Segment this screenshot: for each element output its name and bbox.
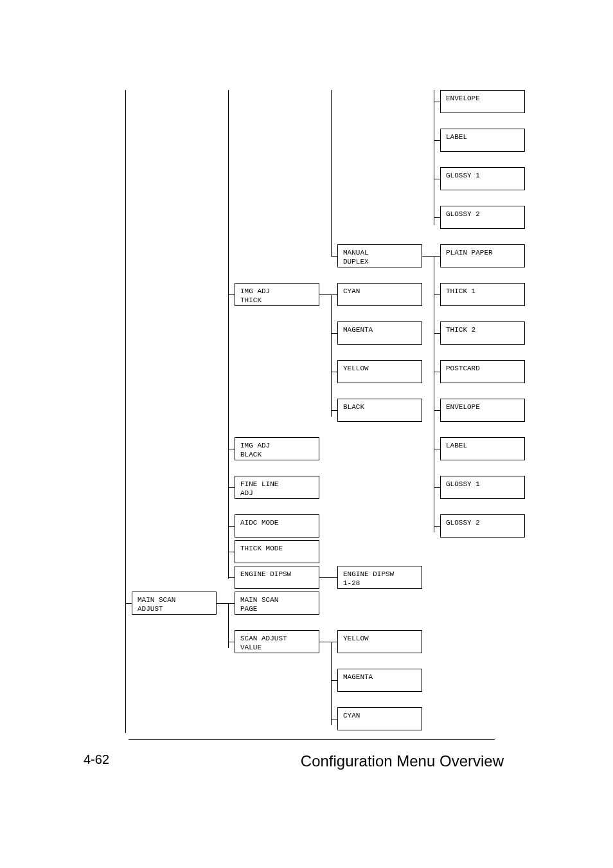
node-thick1: THICK 1	[440, 283, 525, 306]
stub	[228, 526, 235, 527]
node-cyan: CYAN	[337, 283, 422, 306]
node-glossy2b: GLOSSY 2	[440, 514, 525, 538]
node-black: BLACK	[337, 399, 422, 422]
node-aidc-mode: AIDC MODE	[235, 514, 319, 538]
trunk-col4-a	[434, 90, 434, 225]
stub	[228, 603, 235, 604]
stub	[434, 217, 440, 218]
node-scan-adjust-value: SCAN ADJUST VALUE	[235, 630, 319, 653]
trunk-cmyk	[331, 294, 332, 417]
page-number: 4-62	[84, 752, 109, 767]
stub	[434, 256, 440, 257]
node-engine-dipsw-real: ENGINE DIPSW	[235, 566, 319, 589]
node-manual-duplex: MANUAL DUPLEX	[337, 244, 422, 267]
node-glossy1b: GLOSSY 1	[440, 476, 525, 499]
stub	[331, 410, 337, 411]
node-glossy2: GLOSSY 2	[440, 206, 525, 229]
menu-tree-diagram: ENVELOPE LABEL GLOSSY 1 GLOSSY 2 PLAIN P…	[129, 90, 533, 727]
stub	[331, 680, 337, 681]
stub	[331, 372, 337, 372]
node-magenta: MAGENTA	[337, 321, 422, 345]
node-label2: LABEL	[440, 437, 525, 460]
node-postcard: POSTCARD	[440, 360, 525, 383]
stub	[422, 256, 434, 257]
node-fine-line-adj: FINE LINE ADJ	[235, 476, 319, 499]
node-magenta2: MAGENTA	[337, 669, 422, 692]
trunk-col3-top	[331, 90, 332, 256]
stub	[434, 140, 440, 141]
page-title: Configuration Menu Overview	[301, 752, 504, 770]
node-glossy1: GLOSSY 1	[440, 167, 525, 190]
stub	[228, 294, 235, 295]
stub	[434, 410, 440, 411]
stub	[228, 577, 235, 578]
node-img-adj-thick: IMG ADJ THICK	[235, 283, 319, 306]
stub	[319, 642, 331, 642]
node-engine-dipsw-n: ENGINE DIPSW 1-28	[337, 566, 422, 589]
stub	[434, 449, 440, 449]
stub	[434, 487, 440, 488]
stub	[228, 552, 235, 552]
node-yellow: YELLOW	[337, 360, 422, 383]
stub	[331, 719, 337, 719]
stub	[434, 372, 440, 372]
stub	[331, 333, 337, 334]
node-main-scan-page: MAIN SCAN PAGE	[235, 592, 319, 615]
node-thick-mode-real: THICK MODE	[235, 540, 319, 563]
node-cyan2: CYAN	[337, 707, 422, 730]
stub	[228, 449, 235, 449]
stub	[434, 102, 440, 102]
stub	[228, 487, 235, 488]
node-main-scan-adjust: MAIN SCAN ADJUST	[132, 592, 217, 615]
node-envelope2: ENVELOPE	[440, 399, 525, 422]
node-thick2: THICK 2	[440, 321, 525, 345]
node-plain-paper: PLAIN PAPER	[440, 244, 525, 267]
node-label: LABEL	[440, 129, 525, 152]
trunk-col2	[228, 90, 229, 579]
node-img-adj-black: IMG ADJ BLACK	[235, 437, 319, 460]
stub	[331, 642, 337, 642]
node-envelope: ENVELOPE	[440, 90, 525, 113]
trunk-col1	[125, 90, 126, 733]
footer-rule	[129, 739, 495, 740]
stub	[434, 333, 440, 334]
stub	[228, 642, 235, 642]
stub	[434, 294, 440, 295]
stub	[331, 256, 337, 257]
trunk-scanadj	[331, 642, 332, 725]
stub	[434, 526, 440, 527]
stub	[319, 294, 331, 295]
stub	[331, 294, 337, 295]
stub	[217, 603, 228, 604]
stub	[125, 603, 132, 604]
stub	[319, 577, 337, 578]
node-yellow2: YELLOW	[337, 630, 422, 653]
stub	[434, 179, 440, 179]
trunk-col4-b	[434, 256, 434, 532]
page: ENVELOPE LABEL GLOSSY 1 GLOSSY 2 PLAIN P…	[0, 0, 613, 868]
